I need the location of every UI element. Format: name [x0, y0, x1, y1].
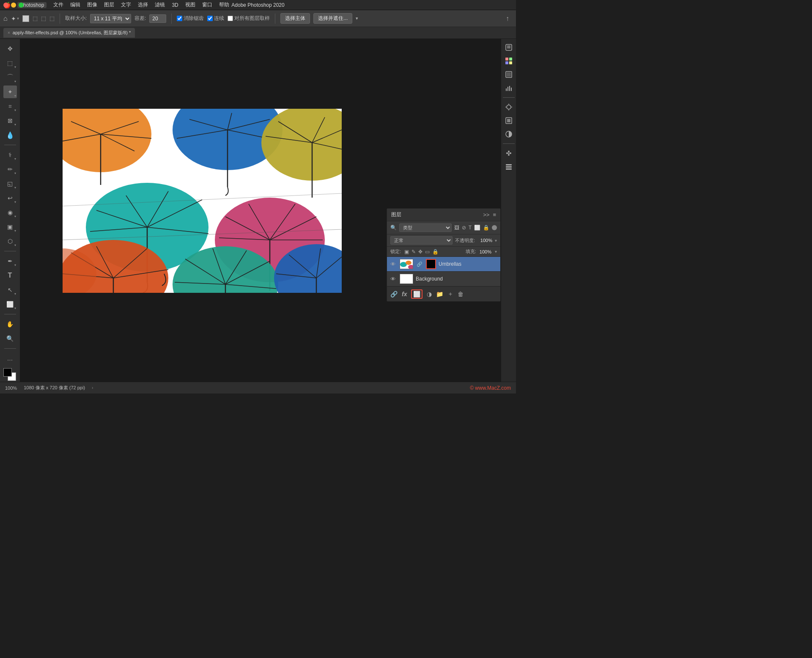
layer-background-visibility[interactable]: 👁	[390, 276, 397, 282]
lasso-tool[interactable]: ⌒	[3, 71, 17, 84]
layers-panel-toggle-icon[interactable]	[503, 161, 515, 173]
menu-layer[interactable]: 图层	[104, 1, 114, 8]
layer-new-icon[interactable]: ＋	[447, 290, 453, 298]
fill-dropdown[interactable]: ▾	[495, 249, 497, 254]
menu-3d[interactable]: 3D	[172, 2, 178, 8]
layer-background[interactable]: 👁 Background	[387, 272, 500, 286]
frame-tool[interactable]: ⊠	[3, 114, 17, 127]
contiguous-checkbox[interactable]	[207, 16, 213, 21]
menu-image[interactable]: 图像	[87, 1, 97, 8]
menu-edit[interactable]: 编辑	[70, 1, 80, 8]
menu-select[interactable]: 选择	[138, 1, 148, 8]
select-mask-button[interactable]: 选择并遮住...	[313, 13, 352, 24]
layer-umbrellas-mask[interactable]	[426, 259, 436, 269]
more-tools[interactable]: …	[3, 352, 17, 365]
move-tool[interactable]: ✥	[3, 42, 17, 55]
foreground-color-small[interactable]	[22, 15, 29, 22]
brush-tool[interactable]: ✏	[3, 163, 17, 176]
layer-adjustment-icon[interactable]: ◑	[427, 291, 432, 297]
tolerance-input[interactable]	[149, 14, 166, 23]
properties-panel-icon[interactable]	[503, 41, 515, 53]
channels-panel-icon[interactable]	[503, 69, 515, 80]
layer-umbrellas[interactable]: 👁 🔗 Umbrellas	[387, 257, 500, 272]
wand-icon[interactable]: ✦	[11, 15, 16, 22]
stamp-tool[interactable]: ◱	[3, 177, 17, 190]
menu-file[interactable]: 文件	[53, 1, 63, 8]
lock-artboard-icon[interactable]: ▭	[425, 249, 430, 255]
filter-text-icon[interactable]: T	[469, 225, 472, 231]
layer-trash-icon[interactable]: 🗑	[458, 291, 464, 297]
layer-mask-icon[interactable]: ⬜	[411, 289, 422, 299]
path-select-tool[interactable]: ↖	[3, 284, 17, 296]
filter-pixel-icon[interactable]: 🖼	[454, 225, 459, 231]
layer-folder-icon[interactable]: 📁	[436, 291, 443, 297]
healing-tool[interactable]: ⚕	[3, 149, 17, 161]
mask-panel-icon[interactable]	[503, 115, 515, 127]
status-arrow[interactable]: ›	[92, 385, 93, 390]
layer-link-icon[interactable]: 🔗	[416, 262, 423, 267]
lock-paint-icon[interactable]: ✎	[411, 249, 416, 255]
history-brush-tool[interactable]: ↩	[3, 192, 17, 204]
adjustment-panel-icon[interactable]	[503, 128, 515, 140]
histogram-panel-icon[interactable]	[503, 82, 515, 94]
fill-value[interactable]: 100%	[480, 249, 491, 254]
tool-options-icon1[interactable]: ⬚	[33, 15, 38, 22]
gradient-tool[interactable]: ▣	[3, 220, 17, 233]
filter-toggle[interactable]	[492, 225, 497, 230]
opacity-dropdown[interactable]: ▾	[495, 238, 497, 243]
blend-mode-select[interactable]: 正常	[390, 236, 453, 245]
lock-all-icon[interactable]: 🔒	[432, 249, 439, 255]
tool-options-icon2[interactable]: ⬚	[41, 15, 46, 22]
layer-fx-icon[interactable]: fx	[402, 291, 407, 297]
quick-select-tool[interactable]: ✦	[3, 85, 17, 98]
foreground-color[interactable]	[3, 368, 12, 377]
all-layers-check[interactable]: 对所有图层取样	[228, 15, 270, 22]
filter-type-select[interactable]: 类型	[399, 223, 452, 232]
select-mask-dropdown[interactable]: ▾	[356, 16, 358, 21]
tool-options-icon3[interactable]: ⬚	[49, 15, 55, 22]
lock-pixels-icon[interactable]: ▣	[404, 249, 409, 255]
eraser-tool[interactable]: ◉	[3, 206, 17, 219]
hand-tool[interactable]: ✋	[3, 318, 17, 330]
layer-umbrellas-visibility[interactable]: 👁	[390, 261, 397, 267]
selection-tool[interactable]: ⬚	[3, 57, 17, 69]
color-swatch-panel-icon[interactable]	[503, 55, 515, 67]
menu-filter[interactable]: 滤镜	[155, 1, 165, 8]
minimize-button[interactable]	[11, 3, 16, 8]
layer-link-footer-icon[interactable]: 🔗	[390, 291, 398, 297]
tool-dropdown-arrow[interactable]: ▾	[17, 16, 19, 21]
puppet-warp-icon[interactable]	[503, 147, 515, 159]
anti-alias-check[interactable]: 消除锯齿	[177, 15, 204, 22]
menu-text[interactable]: 文字	[121, 1, 131, 8]
export-icon[interactable]: ↑	[506, 15, 509, 22]
crop-tool[interactable]: ⌗	[3, 100, 17, 113]
tab-close-button[interactable]: ×	[8, 30, 10, 35]
lock-move-icon[interactable]: ✥	[418, 249, 422, 255]
fullscreen-button[interactable]	[19, 3, 24, 8]
document-tab[interactable]: × apply-filter-effects.psd @ 100% (Umbre…	[3, 28, 135, 38]
contiguous-check[interactable]: 连续	[207, 15, 224, 22]
zoom-tool[interactable]: 🔍	[3, 332, 17, 345]
eyedropper-tool[interactable]: 💧	[3, 129, 17, 141]
pen-tool[interactable]: ✒	[3, 255, 17, 267]
filter-adjust-icon[interactable]: ⊘	[462, 225, 466, 231]
filter-shape-icon[interactable]: ⬜	[474, 225, 480, 231]
menu-window[interactable]: 窗口	[202, 1, 212, 8]
close-button[interactable]	[3, 3, 8, 8]
shape-tool[interactable]: ⬜	[3, 298, 17, 311]
home-icon[interactable]: ⌂	[3, 15, 8, 22]
layers-menu-icon[interactable]: ≡	[493, 212, 496, 218]
menu-view[interactable]: 视图	[185, 1, 195, 8]
layers-expand-icon[interactable]: >>	[483, 212, 489, 218]
sample-size-select[interactable]: 11 x 11 平均	[90, 14, 131, 23]
text-tool[interactable]: T	[3, 269, 17, 282]
color-switcher[interactable]	[3, 368, 17, 382]
opacity-value[interactable]: 100%	[477, 238, 492, 243]
menu-help[interactable]: 帮助	[219, 1, 229, 8]
anti-alias-checkbox[interactable]	[177, 16, 182, 21]
all-layers-checkbox[interactable]	[228, 16, 233, 21]
select-subject-button[interactable]: 选择主体	[280, 13, 310, 24]
lighting-icon[interactable]	[503, 101, 515, 113]
blur-tool[interactable]: ⬡	[3, 235, 17, 248]
filter-smart-icon[interactable]: 🔒	[483, 225, 489, 231]
